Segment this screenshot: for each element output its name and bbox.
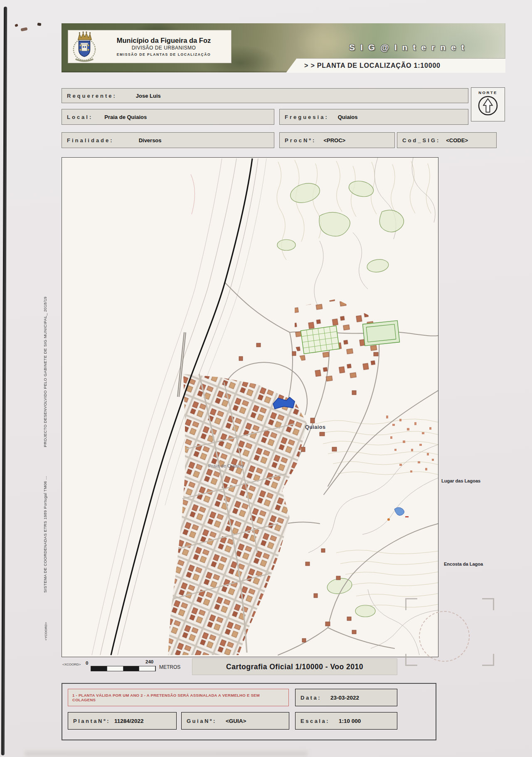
field-planta-n-value: 11284/2022 xyxy=(114,718,144,724)
field-proc: ProcNº: <PROC> xyxy=(279,132,395,148)
field-cod-sig-label: Cod_SIG: xyxy=(402,137,440,143)
municipality-header-box: Município da Figueira da Foz DIVISÃO DE … xyxy=(68,30,232,63)
ink-mark xyxy=(20,27,27,31)
stamp-placeholder-circle xyxy=(419,611,470,662)
map-label-encosta-da-lagoa: Encosta da Lagoa xyxy=(444,562,483,567)
field-guia-n-value: <GUIA> xyxy=(226,718,246,724)
ink-mark xyxy=(37,22,42,26)
field-escala-value: 1:10 000 xyxy=(339,718,361,724)
field-finalidade: Finalidade: Diversos xyxy=(62,132,274,148)
scan-edge-line xyxy=(1,7,7,755)
scalebar-max: 240 xyxy=(145,659,153,664)
scalebar-segment xyxy=(107,666,123,671)
field-freguesia-label: Freguesia: xyxy=(285,114,329,120)
margin-note-sistema: SISTEMA DE COORDENADAS ETRS 1989 Portuga… xyxy=(43,455,47,593)
cartography-title: Cartografia Oficial 1/10000 - Voo 2010 xyxy=(226,663,363,671)
field-planta-n-label: PlantaNº: xyxy=(73,718,110,724)
coat-of-arms xyxy=(72,31,96,62)
field-guia-n: GuiaNº: <GUIA> xyxy=(181,712,289,730)
field-escala-label: Escala: xyxy=(300,718,330,724)
scan-smudge xyxy=(25,751,308,756)
north-compass-box: NORTE xyxy=(471,87,505,121)
stamp-corner-bracket xyxy=(482,598,494,610)
margin-note-projecto: PROJECTO DESENVOLVIDO PELO GABINETE DE S… xyxy=(43,233,47,447)
field-local-label: Local: xyxy=(67,114,93,120)
field-requerente-value: Jose Luis xyxy=(136,93,161,99)
emission-subtitle: EMISSÃO DE PLANTAS DE LOCALIZAÇÃO xyxy=(96,53,231,57)
field-proc-value: <PROC> xyxy=(323,137,345,143)
field-data: Data: 23-03-2022 xyxy=(295,689,397,706)
municipality-header-text: Município da Figueira da Foz DIVISÃO DE … xyxy=(96,37,231,57)
scanned-location-plan: Município da Figueira da Foz DIVISÃO DE … xyxy=(0,0,532,757)
field-data-value: 23-03-2022 xyxy=(330,695,359,701)
margin-note-ycoord: <YCOORD> xyxy=(44,614,48,641)
footer-note-text: 1 - PLANTA VÁLIDA POR UM ANO 2 - A PRETE… xyxy=(72,693,284,702)
field-finalidade-value: Diversos xyxy=(139,137,162,143)
field-guia-n-label: GuiaNº: xyxy=(187,718,217,724)
field-freguesia: Freguesia: Quiaios xyxy=(279,109,468,125)
scalebar-unit: METROS xyxy=(159,664,180,670)
field-planta-n: PlantaNº: 11284/2022 xyxy=(68,712,177,730)
stamp-corner-bracket xyxy=(405,654,417,666)
municipality-name: Município da Figueira da Foz xyxy=(96,37,231,44)
map-label-praia-de-quiaios: Praia de Quiaios xyxy=(208,463,244,468)
scalebar xyxy=(91,666,156,671)
field-local: Local: Praia de Quiaios xyxy=(62,109,274,125)
field-data-label: Data: xyxy=(300,695,321,701)
north-label: NORTE xyxy=(471,90,505,95)
field-proc-label: ProcNº: xyxy=(285,137,316,143)
field-finalidade-label: Finalidade: xyxy=(67,137,114,143)
stamp-corner-bracket xyxy=(405,598,417,610)
scalebar-zero: 0 xyxy=(86,661,88,665)
scalebar-segment xyxy=(139,666,155,671)
field-requerente: Requerente: Jose Luis xyxy=(62,88,468,103)
field-escala: Escala: 1:10 000 xyxy=(295,712,397,730)
map-label-lugar-das-lagoas: Lugar das Lagoas xyxy=(441,478,480,483)
stamp-corner-bracket xyxy=(482,654,494,666)
scalebar-segment xyxy=(91,666,107,671)
planta-localizacao-banner: > > PLANTA DE LOCALIZAÇÃO 1:10000 xyxy=(286,58,505,73)
cartography-title-box: Cartografia Oficial 1/10000 - Voo 2010 xyxy=(192,658,397,675)
field-requerente-label: Requerente: xyxy=(67,93,117,99)
north-arrow-icon xyxy=(476,95,500,116)
margin-note-xcoord: <XCOORD> xyxy=(62,663,81,666)
sig-internet-badge: SIG@Internet xyxy=(349,42,470,52)
footer-note-box: 1 - PLANTA VÁLIDA POR UM ANO 2 - A PRETE… xyxy=(68,689,289,706)
ink-mark xyxy=(15,24,18,27)
planta-localizacao-title: > > PLANTA DE LOCALIZAÇÃO 1:10000 xyxy=(286,59,505,73)
map-label-quiaios: Quiaios xyxy=(305,424,325,430)
field-cod-sig-value: <CODE> xyxy=(446,137,468,143)
scalebar-segment xyxy=(123,666,139,671)
field-local-value: Praia de Quiaios xyxy=(104,114,147,120)
division-name: DIVISÃO DE URBANISMO xyxy=(96,45,231,51)
field-freguesia-value: Quiaios xyxy=(338,114,358,120)
map-drawing: Quiaios Praia de Quiaios xyxy=(62,158,438,657)
location-map: Quiaios Praia de Quiaios xyxy=(62,157,438,657)
field-cod-sig: Cod_SIG: <CODE> xyxy=(397,132,497,148)
